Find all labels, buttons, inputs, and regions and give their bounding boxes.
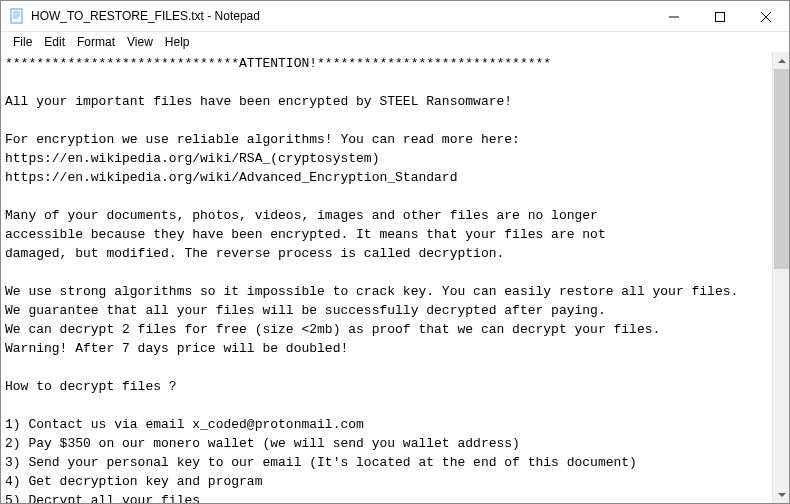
- menu-format[interactable]: Format: [71, 33, 121, 51]
- minimize-button[interactable]: [651, 1, 697, 32]
- content-wrap: ******************************ATTENTION!…: [1, 52, 789, 503]
- scroll-up-arrow[interactable]: [773, 52, 790, 69]
- vertical-scrollbar[interactable]: [772, 52, 789, 503]
- notepad-icon: [9, 8, 25, 24]
- maximize-button[interactable]: [697, 1, 743, 32]
- text-area[interactable]: ******************************ATTENTION!…: [1, 52, 772, 503]
- scroll-thumb[interactable]: [774, 69, 789, 269]
- svg-marker-9: [778, 59, 786, 63]
- scroll-down-arrow[interactable]: [773, 486, 790, 503]
- menu-file[interactable]: File: [7, 33, 38, 51]
- menu-view[interactable]: View: [121, 33, 159, 51]
- menu-help[interactable]: Help: [159, 33, 196, 51]
- close-button[interactable]: [743, 1, 789, 32]
- titlebar: HOW_TO_RESTORE_FILES.txt - Notepad: [1, 1, 789, 32]
- svg-marker-10: [778, 493, 786, 497]
- window-controls: [651, 1, 789, 31]
- menu-edit[interactable]: Edit: [38, 33, 71, 51]
- svg-rect-6: [716, 12, 725, 21]
- window-title: HOW_TO_RESTORE_FILES.txt - Notepad: [31, 9, 651, 23]
- menubar: File Edit Format View Help: [1, 32, 789, 52]
